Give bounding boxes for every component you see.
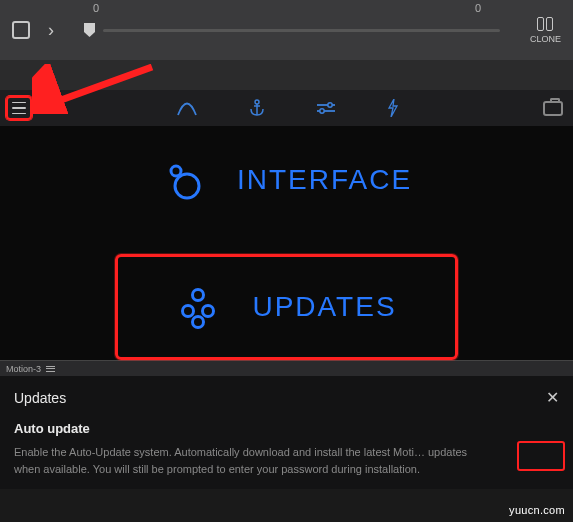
briefcase-icon[interactable] <box>543 101 563 116</box>
clone-label: CLONE <box>530 34 561 44</box>
anchor-icon[interactable] <box>249 99 265 117</box>
timeline-playhead-icon[interactable] <box>84 23 95 37</box>
timeline-end-value: 0 <box>475 2 481 14</box>
tool-icons-group <box>32 99 543 117</box>
auto-update-description: Enable the Auto-Update system. Automatic… <box>14 444 474 477</box>
svg-point-6 <box>319 109 323 113</box>
interface-label: INTERFACE <box>237 164 412 196</box>
menu-item-interface[interactable]: INTERFACE <box>117 138 456 222</box>
stop-square-icon[interactable] <box>12 21 30 39</box>
updates-section: Updates ✕ Auto update Enable the Auto-Up… <box>0 376 573 489</box>
bolt-icon[interactable] <box>387 99 399 117</box>
close-icon[interactable]: ✕ <box>546 388 559 407</box>
menu-item-updates[interactable]: UPDATES <box>115 254 457 360</box>
panel-menu-icon[interactable] <box>46 366 55 372</box>
forward-chevron-icon[interactable]: › <box>48 20 54 41</box>
toggle-highlight-annotation <box>517 441 565 471</box>
updates-title: Updates <box>14 390 66 406</box>
panel-header: Motion-3 <box>0 360 573 376</box>
svg-point-12 <box>203 306 214 317</box>
interface-icon <box>161 158 205 202</box>
svg-point-9 <box>171 166 181 176</box>
overlay-strip <box>0 60 573 90</box>
tool-bar <box>0 90 573 126</box>
main-menu-area: INTERFACE UPDATES <box>0 126 573 360</box>
hamburger-menu-button[interactable] <box>6 96 32 120</box>
watermark: yuucn.com <box>509 504 565 516</box>
svg-point-11 <box>183 306 194 317</box>
updates-label: UPDATES <box>252 291 396 323</box>
clone-icon <box>537 17 553 31</box>
svg-point-4 <box>327 103 331 107</box>
svg-point-13 <box>193 317 204 328</box>
clone-button[interactable]: CLONE <box>530 17 561 44</box>
timeline-start-value: 0 <box>93 2 99 14</box>
panel-name: Motion-3 <box>6 364 41 374</box>
updates-icon <box>176 285 220 329</box>
svg-point-0 <box>255 100 259 104</box>
auto-update-heading: Auto update <box>14 421 559 436</box>
curve-icon[interactable] <box>177 100 197 116</box>
top-bar: › 0 0 CLONE <box>0 0 573 60</box>
sliders-icon[interactable] <box>317 101 335 115</box>
svg-point-8 <box>175 174 199 198</box>
svg-point-10 <box>193 290 204 301</box>
timeline-track[interactable] <box>103 29 500 32</box>
